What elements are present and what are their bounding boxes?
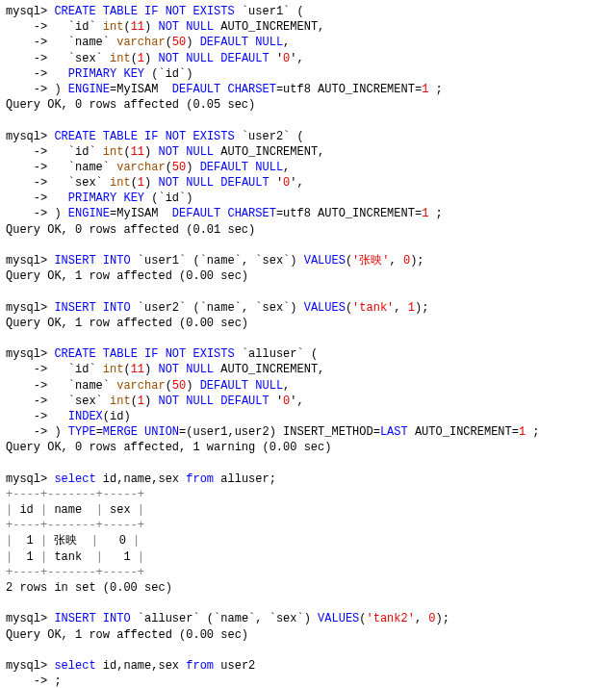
terminal-line: -> `name` varchar(50) DEFAULT NULL, (6, 378, 616, 394)
terminal-line: -> `name` varchar(50) DEFAULT NULL, (6, 35, 616, 50)
terminal-blank-line (6, 643, 616, 658)
terminal-line: -> `sex` int(1) NOT NULL DEFAULT '0', (6, 175, 616, 191)
terminal-line: Query OK, 1 row affected (0.00 sec) (6, 627, 616, 643)
terminal-line: -> `id` int(11) NOT NULL AUTO_INCREMENT, (6, 362, 616, 377)
terminal-line: +----+-------+-----+ (6, 565, 616, 580)
terminal-line: mysql> CREATE TABLE IF NOT EXISTS `user1… (6, 4, 616, 19)
terminal-line: -> PRIMARY KEY (`id`) (6, 66, 616, 82)
terminal-line: Query OK, 1 row affected (0.00 sec) (6, 268, 616, 284)
terminal-line: -> ) TYPE=MERGE UNION=(user1,user2) INSE… (6, 424, 616, 440)
terminal-blank-line (6, 238, 616, 253)
terminal-line: mysql> select id,name,sex from alluser; (6, 471, 616, 487)
terminal-line: -> ) ENGINE=MyISAM DEFAULT CHARSET=utf8 … (6, 206, 616, 221)
terminal-line: -> ) ENGINE=MyISAM DEFAULT CHARSET=utf8 … (6, 82, 616, 97)
terminal-blank-line (6, 455, 616, 471)
terminal-line: -> INDEX(id) (6, 409, 616, 424)
terminal-line: -> `id` int(11) NOT NULL AUTO_INCREMENT, (6, 144, 616, 160)
terminal-line: -> `sex` int(1) NOT NULL DEFAULT '0', (6, 51, 616, 66)
terminal-blank-line (6, 284, 616, 299)
terminal-line: Query OK, 0 rows affected, 1 warning (0.… (6, 440, 616, 455)
terminal-line: mysql> CREATE TABLE IF NOT EXISTS `allus… (6, 346, 616, 362)
terminal-line: | 1 | 张映 | 0 | (6, 533, 616, 548)
terminal-line: -> PRIMARY KEY (`id`) (6, 191, 616, 206)
terminal-line: +----+-------+-----+ (6, 518, 616, 533)
terminal-line: Query OK, 1 row affected (0.00 sec) (6, 316, 616, 331)
terminal-line: +----+-------+-----+ (6, 487, 616, 502)
terminal-line: -> ; (6, 674, 616, 688)
terminal-line: -> `name` varchar(50) DEFAULT NULL, (6, 160, 616, 175)
terminal-line: Query OK, 0 rows affected (0.01 sec) (6, 222, 616, 238)
terminal-line: mysql> INSERT INTO `user2` (`name`, `sex… (6, 300, 616, 316)
terminal-blank-line (6, 596, 616, 611)
terminal-blank-line (6, 331, 616, 346)
terminal-line: Query OK, 0 rows affected (0.05 sec) (6, 97, 616, 113)
terminal-line: -> `id` int(11) NOT NULL AUTO_INCREMENT, (6, 19, 616, 35)
terminal-line: mysql> CREATE TABLE IF NOT EXISTS `user2… (6, 129, 616, 144)
terminal-line: | 1 | tank | 1 | (6, 549, 616, 565)
terminal-line: -> `sex` int(1) NOT NULL DEFAULT '0', (6, 394, 616, 409)
terminal-line: 2 rows in set (0.00 sec) (6, 580, 616, 596)
terminal-line: mysql> select id,name,sex from user2 (6, 658, 616, 674)
mysql-terminal-output: mysql> CREATE TABLE IF NOT EXISTS `user1… (6, 4, 616, 688)
terminal-line: mysql> INSERT INTO `user1` (`name`, `sex… (6, 253, 616, 268)
terminal-blank-line (6, 113, 616, 128)
terminal-line: | id | name | sex | (6, 502, 616, 518)
terminal-line: mysql> INSERT INTO `alluser` (`name`, `s… (6, 611, 616, 626)
